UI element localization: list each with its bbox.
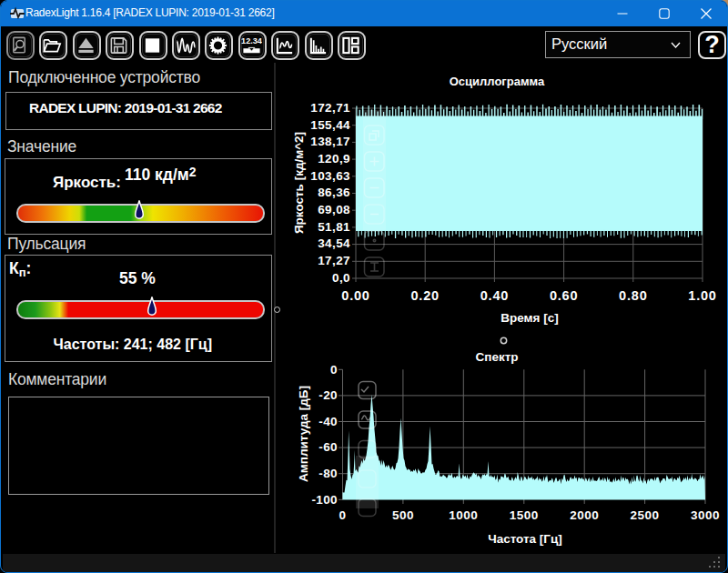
svg-text:12.34: 12.34 <box>241 36 262 45</box>
svg-text:0.20: 0.20 <box>410 288 439 303</box>
svg-text:155,44: 155,44 <box>310 118 350 132</box>
svg-text:Спектр: Спектр <box>475 350 518 364</box>
svg-text:51,81: 51,81 <box>318 220 350 234</box>
svg-text:-100: -100 <box>311 493 338 507</box>
svg-text:2500: 2500 <box>631 508 660 522</box>
svg-text:86,36: 86,36 <box>318 186 350 199</box>
svg-text:500: 500 <box>392 508 414 522</box>
svg-text:0.60: 0.60 <box>550 288 578 303</box>
svg-text:-60: -60 <box>318 440 338 454</box>
svg-text:69,08: 69,08 <box>318 203 350 216</box>
svg-text:Частота [Гц]: Частота [Гц] <box>488 532 562 546</box>
svg-text:-20: -20 <box>318 388 338 402</box>
svg-text:172,71: 172,71 <box>310 101 350 115</box>
svg-text:Время [с]: Время [с] <box>500 311 558 325</box>
svg-text:120,9: 120,9 <box>318 152 350 166</box>
svg-text:0.40: 0.40 <box>480 288 509 303</box>
svg-text:103,63: 103,63 <box>310 169 350 183</box>
svg-text:-80: -80 <box>318 467 338 480</box>
svg-text:0.00: 0.00 <box>341 288 369 303</box>
svg-text:138,17: 138,17 <box>310 135 350 148</box>
svg-text:1500: 1500 <box>510 508 539 522</box>
svg-text:1.00: 1.00 <box>688 288 716 303</box>
svg-text:0.80: 0.80 <box>619 288 647 303</box>
svg-text:0,0: 0,0 <box>332 271 350 285</box>
svg-text:1000: 1000 <box>449 508 478 522</box>
svg-text:17,27: 17,27 <box>318 254 350 267</box>
svg-text:2000: 2000 <box>570 508 599 522</box>
svg-text:0: 0 <box>339 508 346 522</box>
svg-text:Яркость [кд/м^2]: Яркость [кд/м^2] <box>292 132 306 234</box>
svg-text:3000: 3000 <box>691 508 720 522</box>
svg-text:34,54: 34,54 <box>318 236 350 250</box>
svg-text:Амплитуда [дБ]: Амплитуда [дБ] <box>297 386 310 482</box>
svg-text:-40: -40 <box>318 415 338 428</box>
svg-text:Осциллограмма: Осциллограмма <box>450 75 545 88</box>
svg-text:0: 0 <box>330 363 338 377</box>
